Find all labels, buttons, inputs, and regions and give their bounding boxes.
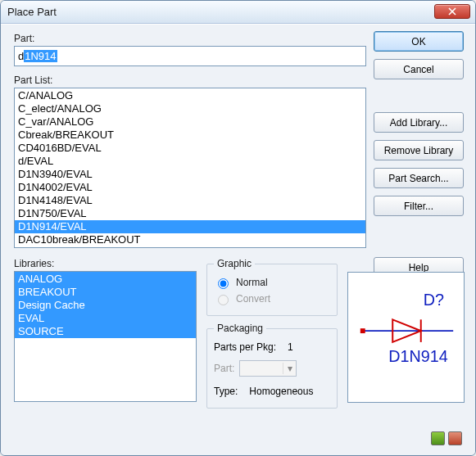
libraries-list[interactable]: ANALOGBREAKOUTDesign CacheEVALSOURCE — [14, 271, 197, 402]
graphic-group: Graphic Normal Convert — [206, 258, 338, 316]
libraries-section: Libraries: ANALOGBREAKOUTDesign CacheEVA… — [14, 258, 197, 415]
lower-row: Libraries: ANALOGBREAKOUTDesign CacheEVA… — [14, 258, 465, 415]
svg-rect-5 — [360, 328, 365, 333]
diode-symbol: D? D1N914 — [348, 273, 464, 402]
middle-column: Graphic Normal Convert Packaging Parts p… — [206, 258, 338, 415]
status-icon-1[interactable] — [431, 431, 445, 445]
part-list-item[interactable]: C_var/ANALOG — [15, 115, 365, 129]
part-list-item[interactable]: D1N914/EVAL — [15, 220, 365, 233]
part-preview: D? D1N914 — [347, 272, 465, 403]
library-item[interactable]: Design Cache — [15, 299, 196, 312]
part-list[interactable]: C/ANALOGC_elect/ANALOGC_var/ANALOGCbreak… — [14, 88, 366, 248]
parts-per-pkg-label: Parts per Pkg: — [214, 341, 276, 353]
library-item[interactable]: EVAL — [15, 312, 196, 325]
packaging-group: Packaging Parts per Pkg: 1 Part: ▾ Type: — [206, 323, 338, 409]
part-list-item[interactable]: C_elect/ANALOG — [15, 102, 365, 115]
graphic-convert-radio — [218, 295, 229, 305]
remove-library-button[interactable]: Remove Library — [374, 140, 464, 160]
packaging-legend: Packaging — [214, 323, 266, 334]
button-column: OK Cancel Add Library... Remove Library … — [374, 31, 464, 278]
part-input-selection: 1N914 — [24, 50, 57, 62]
packaging-part-label: Part: — [214, 363, 234, 374]
filter-button[interactable]: Filter... — [374, 196, 464, 216]
part-list-item[interactable]: C/ANALOG — [15, 89, 365, 102]
part-input-prefix: d — [18, 50, 24, 62]
titlebar: Place Part — [1, 1, 475, 24]
add-library-button[interactable]: Add Library... — [374, 112, 464, 133]
preview-column: D? D1N914 — [347, 258, 465, 415]
packaging-part-combo: ▾ — [239, 360, 297, 377]
chevron-down-icon: ▾ — [283, 363, 296, 374]
part-search-button[interactable]: Part Search... — [374, 168, 464, 188]
graphic-convert-label: Convert — [236, 293, 270, 305]
library-item[interactable]: BREAKOUT — [15, 286, 196, 299]
libraries-label: Libraries: — [14, 258, 197, 269]
cancel-button[interactable]: Cancel — [374, 59, 464, 79]
status-icon-2[interactable] — [448, 431, 462, 445]
close-icon — [448, 7, 456, 16]
part-list-item[interactable]: DAC10break/BREAKOUT — [15, 233, 365, 246]
type-value: Homogeneous — [249, 386, 313, 397]
graphic-legend: Graphic — [214, 258, 255, 269]
part-list-item[interactable]: CD4016BD/EVAL — [15, 142, 365, 155]
part-input[interactable]: d1N914 — [14, 46, 366, 66]
place-part-dialog: Place Part OK Cancel Add Library... Remo… — [0, 0, 476, 456]
window-close-button[interactable] — [434, 4, 470, 19]
part-list-item[interactable]: Cbreak/BREAKOUT — [15, 129, 365, 142]
part-list-item[interactable]: D1N3940/EVAL — [15, 168, 365, 181]
graphic-normal-radio[interactable] — [218, 278, 229, 289]
part-list-item[interactable]: D1N4148/EVAL — [15, 194, 365, 207]
ok-button[interactable]: OK — [374, 31, 464, 52]
status-icons — [431, 431, 462, 445]
preview-name: D1N914 — [388, 347, 447, 365]
part-list-item[interactable]: D1N4002/EVAL — [15, 181, 365, 194]
part-list-item[interactable]: D1N750/EVAL — [15, 207, 365, 220]
preview-ref: D? — [424, 291, 444, 309]
type-label: Type: — [214, 386, 238, 397]
library-item[interactable]: SOURCE — [15, 325, 196, 338]
graphic-normal-label: Normal — [236, 277, 268, 288]
part-list-item[interactable]: d/EVAL — [15, 155, 365, 168]
parts-per-pkg-value: 1 — [288, 341, 293, 353]
client-area: OK Cancel Add Library... Remove Library … — [1, 24, 475, 455]
library-item[interactable]: ANALOG — [15, 273, 196, 286]
window-title: Place Part — [7, 6, 434, 18]
